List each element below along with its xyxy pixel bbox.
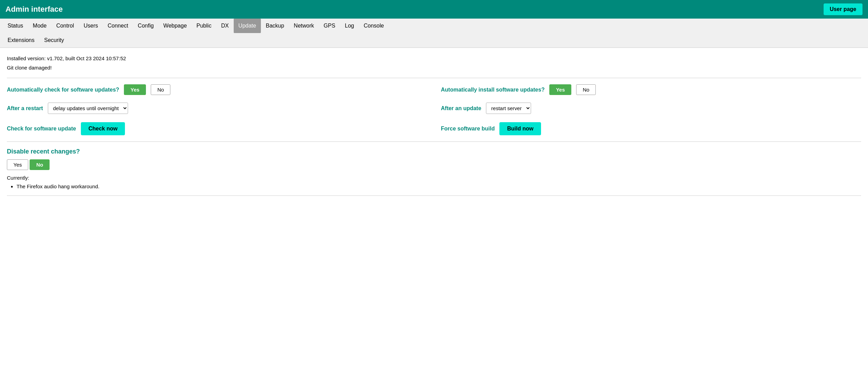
app-title: Admin interface [6, 5, 63, 14]
main-content: Installed version: v1.702, built Oct 23 … [0, 48, 868, 209]
user-page-button[interactable]: User page [824, 3, 862, 15]
after-restart-row: After a restart delay updates until over… [7, 103, 427, 114]
disable-changes-section: Disable recent changes? Yes No Currently… [7, 148, 861, 189]
nav-item-extensions[interactable]: Extensions [3, 33, 39, 47]
disable-yes-button[interactable]: Yes [7, 159, 28, 170]
after-update-label: After an update [441, 105, 481, 112]
auto-check-row: Automatically check for software updates… [7, 84, 427, 95]
nav-item-gps[interactable]: GPS [319, 19, 340, 33]
disable-no-button[interactable]: No [30, 159, 50, 170]
auto-install-row: Automatically install software updates? … [441, 84, 861, 95]
nav-item-console[interactable]: Console [359, 19, 389, 33]
divider-2 [7, 141, 861, 142]
after-restart-label: After a restart [7, 105, 43, 112]
auto-check-no-button[interactable]: No [151, 84, 170, 95]
nav-item-connect[interactable]: Connect [103, 19, 133, 33]
changes-list-item: The Firefox audio hang workaround. [17, 183, 861, 189]
divider-1 [7, 78, 861, 78]
settings-grid: Automatically check for software updates… [7, 84, 861, 135]
force-build-row: Force software build Build now [441, 122, 861, 135]
check-update-section: Check for software update Check now [7, 122, 427, 135]
nav-item-control[interactable]: Control [51, 19, 79, 33]
check-update-label: Check for software update [7, 126, 76, 132]
auto-install-label: Automatically install software updates? [441, 87, 544, 93]
build-now-button[interactable]: Build now [499, 122, 541, 135]
disable-changes-title: Disable recent changes? [7, 148, 861, 155]
nav-item-log[interactable]: Log [340, 19, 359, 33]
after-restart-select[interactable]: delay updates until overnightcheck immed… [48, 103, 128, 114]
nav-item-users[interactable]: Users [79, 19, 103, 33]
auto-check-label: Automatically check for software updates… [7, 87, 119, 93]
nav-row-2: ExtensionsSecurity [0, 33, 868, 47]
check-now-button[interactable]: Check now [81, 122, 125, 135]
force-build-section: Force software build Build now [441, 122, 861, 135]
nav-item-backup[interactable]: Backup [261, 19, 289, 33]
nav-item-dx[interactable]: DX [216, 19, 233, 33]
check-update-row: Check for software update Check now [7, 122, 427, 135]
auto-install-section: Automatically install software updates? … [441, 84, 861, 114]
header: Admin interface User page [0, 0, 868, 19]
auto-check-section: Automatically check for software updates… [7, 84, 427, 114]
after-update-row: After an update restart serverdo nothing… [441, 103, 861, 114]
disable-yes-no-group: Yes No [7, 159, 861, 170]
nav-item-mode[interactable]: Mode [28, 19, 51, 33]
nav-row-1: StatusModeControlUsersConnectConfigWebpa… [0, 19, 868, 33]
auto-install-yes-button[interactable]: Yes [549, 84, 571, 95]
nav-item-public[interactable]: Public [192, 19, 216, 33]
nav-item-update[interactable]: Update [234, 19, 261, 33]
nav-item-network[interactable]: Network [289, 19, 319, 33]
nav-bar: StatusModeControlUsersConnectConfigWebpa… [0, 19, 868, 48]
nav-item-webpage[interactable]: Webpage [159, 19, 192, 33]
nav-item-status[interactable]: Status [3, 19, 28, 33]
nav-item-config[interactable]: Config [133, 19, 158, 33]
divider-3 [7, 196, 861, 196]
changes-list: The Firefox audio hang workaround. [17, 183, 861, 189]
auto-check-yes-button[interactable]: Yes [124, 84, 146, 95]
force-build-label: Force software build [441, 126, 495, 132]
version-line1: Installed version: v1.702, built Oct 23 … [7, 55, 861, 63]
nav-item-security[interactable]: Security [39, 33, 69, 47]
version-line2: Git clone damaged! [7, 64, 861, 72]
currently-label: Currently: [7, 175, 861, 181]
auto-install-no-button[interactable]: No [576, 84, 596, 95]
after-update-select[interactable]: restart serverdo nothingreboot [486, 103, 531, 114]
